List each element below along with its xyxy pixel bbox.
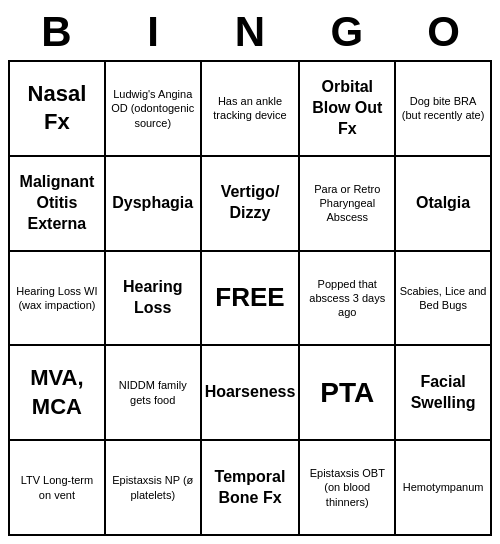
- cell-text-18: PTA: [320, 375, 374, 411]
- cell-text-6: Dysphagia: [112, 193, 193, 214]
- cell-9: Otalgia: [396, 157, 492, 252]
- cell-text-20: LTV Long-term on vent: [13, 473, 101, 502]
- cell-14: Scabies, Lice and Bed Bugs: [396, 252, 492, 347]
- title-g: G: [307, 8, 387, 56]
- cell-2: Has an ankle tracking device: [202, 62, 301, 157]
- cell-text-24: Hemotympanum: [403, 480, 484, 494]
- cell-text-11: Hearing Loss: [109, 277, 197, 319]
- cell-22: Temporal Bone Fx: [202, 441, 301, 536]
- cell-10: Hearing Loss WI (wax impaction): [10, 252, 106, 347]
- cell-text-12: FREE: [215, 281, 284, 315]
- cell-5: Malignant Otitis Externa: [10, 157, 106, 252]
- cell-19: Facial Swelling: [396, 346, 492, 441]
- cell-text-2: Has an ankle tracking device: [205, 94, 296, 123]
- cell-8: Para or Retro Pharyngeal Abscess: [300, 157, 396, 252]
- cell-text-8: Para or Retro Pharyngeal Abscess: [303, 182, 391, 225]
- cell-text-9: Otalgia: [416, 193, 470, 214]
- cell-text-23: Epistaxsis OBT (on blood thinners): [303, 466, 391, 509]
- cell-4: Dog bite BRA (but recently ate): [396, 62, 492, 157]
- cell-text-1: Ludwig's Angina OD (odontogenic source): [109, 87, 197, 130]
- cell-text-17: Hoarseness: [205, 382, 296, 403]
- cell-23: Epistaxsis OBT (on blood thinners): [300, 441, 396, 536]
- bingo-title: B I N G O: [8, 8, 492, 56]
- cell-6: Dysphagia: [106, 157, 202, 252]
- cell-text-21: Epistaxsis NP (ø platelets): [109, 473, 197, 502]
- cell-15: MVA, MCA: [10, 346, 106, 441]
- cell-text-0: Nasal Fx: [13, 80, 101, 137]
- cell-text-5: Malignant Otitis Externa: [13, 172, 101, 234]
- cell-12: FREE: [202, 252, 301, 347]
- cell-text-15: MVA, MCA: [13, 364, 101, 421]
- cell-0: Nasal Fx: [10, 62, 106, 157]
- title-o: O: [404, 8, 484, 56]
- cell-21: Epistaxsis NP (ø platelets): [106, 441, 202, 536]
- cell-text-19: Facial Swelling: [399, 372, 487, 414]
- cell-11: Hearing Loss: [106, 252, 202, 347]
- cell-7: Vertigo/ Dizzy: [202, 157, 301, 252]
- title-b: B: [16, 8, 96, 56]
- cell-text-22: Temporal Bone Fx: [205, 467, 296, 509]
- cell-16: NIDDM family gets food: [106, 346, 202, 441]
- title-i: I: [113, 8, 193, 56]
- cell-17: Hoarseness: [202, 346, 301, 441]
- cell-text-16: NIDDM family gets food: [109, 378, 197, 407]
- cell-text-13: Popped that abscess 3 days ago: [303, 277, 391, 320]
- cell-text-14: Scabies, Lice and Bed Bugs: [399, 284, 487, 313]
- cell-text-10: Hearing Loss WI (wax impaction): [13, 284, 101, 313]
- cell-20: LTV Long-term on vent: [10, 441, 106, 536]
- bingo-grid: Nasal FxLudwig's Angina OD (odontogenic …: [8, 60, 492, 536]
- cell-13: Popped that abscess 3 days ago: [300, 252, 396, 347]
- cell-18: PTA: [300, 346, 396, 441]
- cell-1: Ludwig's Angina OD (odontogenic source): [106, 62, 202, 157]
- cell-text-7: Vertigo/ Dizzy: [205, 182, 296, 224]
- cell-24: Hemotympanum: [396, 441, 492, 536]
- title-n: N: [210, 8, 290, 56]
- cell-3: Orbital Blow Out Fx: [300, 62, 396, 157]
- cell-text-3: Orbital Blow Out Fx: [303, 77, 391, 139]
- cell-text-4: Dog bite BRA (but recently ate): [399, 94, 487, 123]
